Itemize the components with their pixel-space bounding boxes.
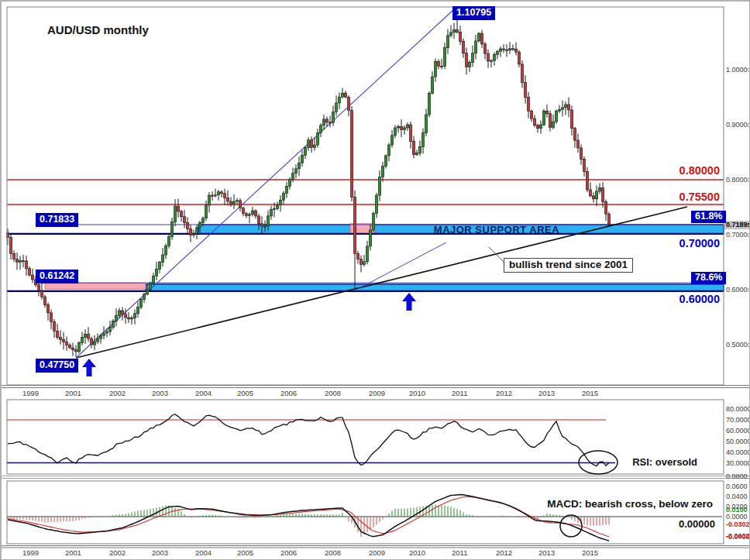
candle-body xyxy=(468,63,470,67)
candle-body xyxy=(394,128,396,136)
macd-zero-value: 0.00000 xyxy=(679,519,715,529)
x-axis-year-bottom-2001: 2001 xyxy=(65,549,81,557)
candle-body xyxy=(28,269,30,275)
candle-body xyxy=(533,119,535,125)
pink-zone-0 xyxy=(45,283,146,289)
candle-body xyxy=(223,194,225,198)
candle-body xyxy=(449,33,452,36)
candle-body xyxy=(474,41,476,53)
candle-body xyxy=(220,192,222,194)
x-axis-year-2011: 2011 xyxy=(452,390,467,397)
x-axis-year-bottom-2011: 2011 xyxy=(452,549,467,557)
rsi-axis-label-50.0000: 50.0000 xyxy=(726,438,750,445)
x-axis-year-2003: 2003 xyxy=(152,390,168,397)
candle-body xyxy=(53,321,55,331)
price-axis-label-0.5000: 0.50000 xyxy=(726,342,750,349)
candle-body xyxy=(524,83,526,98)
candle-body xyxy=(536,125,538,129)
price-tag-0.47750: 0.47750 xyxy=(36,359,78,373)
candle-body xyxy=(567,105,569,110)
x-axis-year-bottom-2003: 2003 xyxy=(152,549,168,557)
macd-axis-label-0.0400: 0.0400 xyxy=(726,493,748,500)
candle-body xyxy=(307,140,309,148)
rsi-axis-label-60.0000: 60.0000 xyxy=(726,428,750,435)
candle-body xyxy=(195,228,198,234)
candle-body xyxy=(118,311,120,316)
candle-body xyxy=(499,49,501,51)
candle-body xyxy=(139,300,142,307)
candle-body xyxy=(267,216,269,226)
candle-body xyxy=(601,188,604,202)
x-axis-year-2010: 2010 xyxy=(409,390,425,397)
candle-body xyxy=(189,229,191,235)
candle-body xyxy=(527,98,529,112)
candle-body xyxy=(19,261,21,263)
candle-body xyxy=(406,125,408,128)
candle-body xyxy=(375,195,377,213)
candle-body xyxy=(549,114,551,128)
candle-body xyxy=(50,313,52,322)
candle-body xyxy=(443,48,446,67)
rsi-axis-label-80.0000: 80.0000 xyxy=(726,406,750,413)
candle-body xyxy=(74,350,77,352)
candle-body xyxy=(180,211,182,217)
candle-body xyxy=(248,215,250,216)
bullish-trend-callout[interactable]: bullish trend since 2001 xyxy=(504,258,633,273)
candle-body xyxy=(133,314,136,318)
candle-body xyxy=(316,132,318,145)
x-axis-year-2015: 2015 xyxy=(582,390,598,397)
major-support-area-label: MAJOR SUPPORT AREA xyxy=(404,225,590,235)
candle-body xyxy=(205,205,207,218)
candle-body xyxy=(161,255,163,262)
candle-body xyxy=(338,97,340,103)
candle-body xyxy=(304,148,306,156)
price-tag-0.71833: 0.71833 xyxy=(36,213,78,227)
candle-body xyxy=(239,201,241,208)
macd-value-badge-0: 0.0100 xyxy=(726,507,748,514)
candle-body xyxy=(573,129,576,140)
candle-body xyxy=(511,49,514,50)
candle-body xyxy=(198,223,201,228)
candle-body xyxy=(294,169,297,173)
candle-body xyxy=(15,259,18,263)
candle-body xyxy=(372,213,374,230)
blue-uptrend-line xyxy=(76,9,454,358)
candle-body xyxy=(456,30,458,33)
candle-body xyxy=(378,177,380,195)
main-panel-border xyxy=(7,7,724,385)
macd-main-line xyxy=(8,495,609,541)
candle-body xyxy=(211,195,213,196)
candle-body xyxy=(183,217,185,223)
candle-body xyxy=(43,297,46,304)
macd-axis-label-0.0000: 0.0000 xyxy=(726,514,748,520)
candle-body xyxy=(229,201,232,204)
x-axis-year-bottom-2013: 2013 xyxy=(538,549,555,557)
candle-body xyxy=(446,36,449,48)
candle-body xyxy=(236,201,238,201)
x-axis-year-2002: 2002 xyxy=(109,390,126,397)
candle-body xyxy=(143,294,145,300)
x-axis-year-2001: 2001 xyxy=(65,390,81,397)
candle-body xyxy=(232,201,235,204)
up-arrow-icon-1 xyxy=(402,293,416,311)
candle-body xyxy=(431,77,433,93)
chart-window: AUD/USD monthly MAJOR SUPPORT AREA bulli… xyxy=(0,0,750,560)
candle-body xyxy=(192,234,194,235)
candle-body xyxy=(263,226,266,227)
candle-body xyxy=(459,32,461,41)
x-axis-year-bottom-1999: 1999 xyxy=(22,549,39,557)
candle-body xyxy=(298,163,300,168)
candle-body xyxy=(344,93,346,97)
candle-body xyxy=(279,200,281,205)
candle-body xyxy=(285,187,287,194)
candle-body xyxy=(604,201,607,214)
candle-body xyxy=(400,126,402,129)
x-axis-year-2013: 2013 xyxy=(538,390,555,397)
candle-body xyxy=(46,305,49,313)
candle-body xyxy=(477,33,480,41)
chart-canvas[interactable] xyxy=(1,1,750,560)
candle-body xyxy=(167,236,170,246)
level-label-060: 0.60000 xyxy=(679,294,720,305)
candle-body xyxy=(360,259,362,265)
candle-body xyxy=(539,125,542,129)
